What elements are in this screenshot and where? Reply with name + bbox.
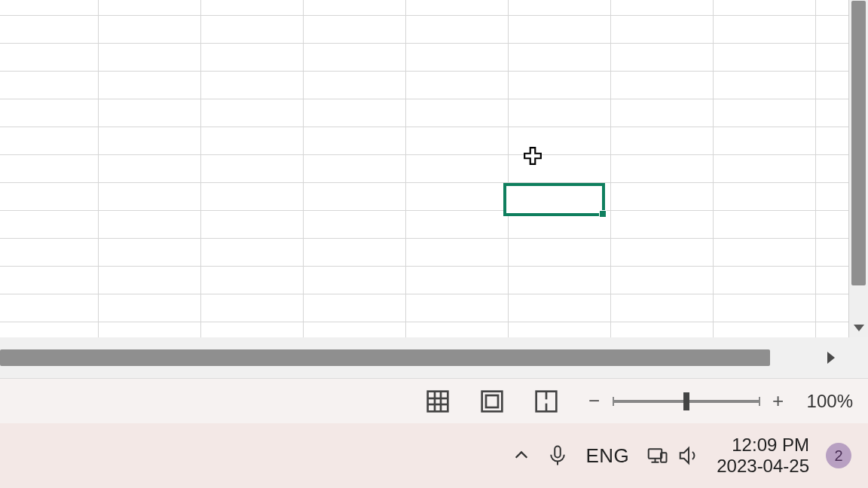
svg-rect-0 [427,391,448,411]
zoom-control: − + [584,391,789,412]
grid-icon [426,389,450,413]
page-layout-icon [480,389,504,413]
input-language-button[interactable]: ENG [585,444,629,468]
view-mode-buttons [421,385,563,418]
scroll-right-button[interactable] [821,348,841,368]
network-icon [646,444,668,467]
clock-button[interactable]: 12:09 PM 2023-04-25 [717,435,809,477]
microphone-icon [546,444,569,467]
network-volume-group[interactable] [646,444,700,467]
svg-rect-6 [486,395,498,407]
volume-icon [677,444,700,467]
cell-cursor-icon [523,146,542,166]
chevron-down-icon [854,325,864,331]
scroll-down-button[interactable] [849,319,868,336]
chevron-right-icon [827,352,835,364]
view-page-break-button[interactable] [530,385,563,418]
horizontal-scrollbar-row [0,337,868,378]
view-page-layout-button[interactable] [475,385,509,418]
zoom-level-label[interactable]: 100% [807,391,853,412]
vertical-scrollbar[interactable] [848,0,868,337]
zoom-slider-thumb[interactable] [683,392,689,410]
show-hidden-icons-button[interactable] [513,447,530,464]
notification-badge: 2 [826,443,851,468]
clock-time: 12:09 PM [732,435,809,456]
status-bar: − + 100% [0,378,868,423]
zoom-out-button[interactable]: − [584,391,605,412]
clock-date: 2023-04-25 [717,456,809,477]
svg-rect-10 [555,447,561,458]
zoom-slider[interactable] [613,400,760,403]
svg-rect-12 [649,449,662,459]
h-scroll-thumb[interactable] [0,349,770,366]
chevron-up-icon [513,447,530,464]
fill-handle[interactable] [599,210,607,218]
notification-center-button[interactable]: 2 [826,443,851,468]
view-normal-button[interactable] [421,385,454,418]
zoom-in-button[interactable]: + [768,391,789,412]
active-cell-selection[interactable] [503,183,605,216]
windows-taskbar-tray: ENG 12:09 PM 2023-04-25 2 [0,423,868,488]
voice-input-button[interactable] [546,444,569,467]
page-break-icon [534,389,558,413]
v-scroll-thumb[interactable] [851,1,866,285]
spreadsheet-grid-area [0,0,868,337]
grid-canvas[interactable] [0,0,848,337]
